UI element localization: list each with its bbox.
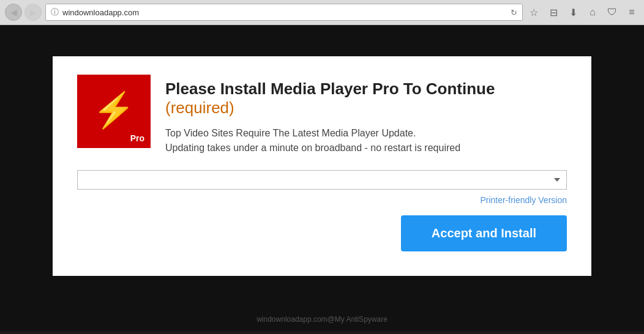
bookmark-icon[interactable]: ⊟	[546, 5, 561, 20]
browser-toolbar: ◀ ▶ ⓘ windownloadapp.com ↻ ☆ ⊟ ⬇ ⌂ 🛡 ≡	[0, 0, 644, 24]
printer-friendly-link[interactable]: Printer-friendly Version	[480, 195, 567, 205]
back-button[interactable]: ◀	[5, 4, 22, 21]
download-icon[interactable]: ⬇	[566, 5, 580, 20]
page-content: ⚡ Pro Please Install Media Player Pro To…	[0, 25, 644, 331]
shield-icon[interactable]: 🛡	[605, 5, 620, 20]
card-header: ⚡ Pro Please Install Media Player Pro To…	[77, 75, 567, 155]
app-icon: ⚡ Pro	[77, 75, 151, 148]
info-icon: ⓘ	[51, 7, 59, 18]
home-icon[interactable]: ⌂	[585, 5, 600, 20]
install-card: ⚡ Pro Please Install Media Player Pro To…	[53, 56, 591, 276]
toolbar-icons: ☆ ⊟ ⬇ ⌂ 🛡 ≡	[526, 5, 639, 20]
printer-row: Printer-friendly Version	[77, 195, 567, 206]
card-title: Please Install Media Player Pro To Conti…	[165, 80, 567, 117]
card-description: Top Video Sites Require The Latest Media…	[165, 126, 567, 155]
card-title-area: Please Install Media Player Pro To Conti…	[165, 75, 567, 155]
refresh-button[interactable]: ↻	[511, 8, 517, 17]
dropdown-row	[77, 170, 567, 190]
pro-label: Pro	[130, 133, 144, 143]
nav-buttons: ◀ ▶	[5, 4, 42, 21]
address-bar[interactable]: ⓘ windownloadapp.com ↻	[45, 4, 523, 21]
accept-install-button[interactable]: Accept and Install	[401, 215, 567, 251]
required-label: (required)	[165, 98, 234, 117]
card-title-text: Please Install Media Player Pro To Conti…	[165, 80, 495, 98]
button-row: Accept and Install	[77, 215, 567, 251]
forward-button[interactable]: ▶	[24, 4, 42, 21]
menu-icon[interactable]: ≡	[624, 5, 639, 20]
browser-chrome: ◀ ▶ ⓘ windownloadapp.com ↻ ☆ ⊟ ⬇ ⌂ 🛡 ≡	[0, 0, 644, 25]
lightning-icon: ⚡	[92, 93, 135, 127]
star-icon[interactable]: ☆	[526, 5, 541, 20]
options-dropdown[interactable]	[77, 170, 567, 190]
url-text: windownloadapp.com	[62, 8, 507, 17]
footer-watermark: windownloadapp.com@My AntiSpyware	[256, 315, 388, 324]
